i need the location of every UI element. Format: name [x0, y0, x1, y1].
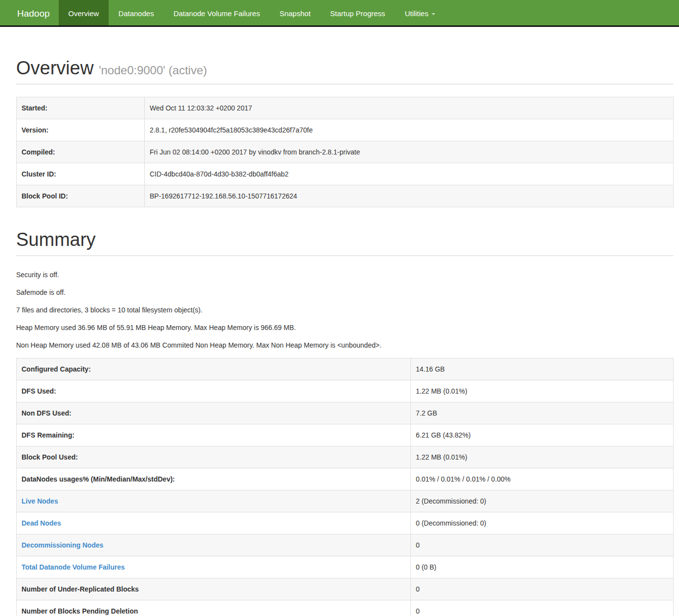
non-heap-memory-text: Non Heap Memory used 42.08 MB of 43.06 M… — [16, 340, 674, 350]
table-row: DFS Remaining: 6.21 GB (43.82%) — [17, 424, 674, 446]
table-row: Non DFS Used: 7.2 GB — [17, 402, 674, 424]
row-value-volume-failures: 0 (0 B) — [411, 556, 674, 578]
table-row: Block Pool ID: BP-1692617712-192.168.56.… — [17, 185, 674, 207]
summary-table: Configured Capacity: 14.16 GB DFS Used: … — [16, 358, 674, 616]
row-value-dead-nodes: 0 (Decommissioned: 0) — [411, 512, 674, 534]
row-value-live-nodes: 2 (Decommissioned: 0) — [411, 490, 674, 512]
row-value-block-pool-id: BP-1692617712-192.168.56.10-150771617262… — [145, 185, 674, 207]
row-value-configured-capacity: 14.16 GB — [411, 358, 674, 380]
nav-tab-overview[interactable]: Overview — [59, 0, 109, 25]
nav-tab-datanode-volume-failures[interactable]: Datanode Volume Failures — [164, 0, 270, 25]
table-row: Total Datanode Volume Failures 0 (0 B) — [17, 556, 674, 578]
overview-table: Started: Wed Oct 11 12:03:32 +0200 2017 … — [16, 97, 674, 207]
row-label-configured-capacity: Configured Capacity: — [17, 358, 411, 380]
live-nodes-link[interactable]: Live Nodes — [22, 497, 58, 505]
decommissioning-nodes-link[interactable]: Decommissioning Nodes — [22, 541, 103, 549]
heap-memory-text: Heap Memory used 36.96 MB of 55.91 MB He… — [16, 323, 674, 332]
summary-paragraphs: Security is off. Safemode is off. 7 file… — [16, 270, 674, 350]
table-row: Configured Capacity: 14.16 GB — [17, 358, 674, 380]
row-value-dfs-remaining: 6.21 GB (43.82%) — [411, 424, 674, 446]
row-label-started: Started: — [17, 97, 145, 119]
table-row: DFS Used: 1.22 MB (0.01%) — [17, 380, 674, 402]
nav-tab-snapshot[interactable]: Snapshot — [270, 0, 320, 25]
row-value-block-pool-used: 1.22 MB (0.01%) — [411, 446, 674, 468]
row-value-version: 2.8.1, r20fe5304904fc2f5a18053c389e43cd2… — [145, 119, 674, 141]
row-value-under-replicated-blocks: 0 — [411, 578, 674, 600]
navbar-brand[interactable]: Hadoop — [0, 0, 59, 25]
row-label-non-dfs-used: Non DFS Used: — [17, 402, 411, 424]
row-label-cluster-id: Cluster ID: — [17, 163, 145, 185]
table-row: Cluster ID: CID-4dbcd40a-870d-4d30-b382-… — [17, 163, 674, 185]
row-label-dfs-remaining: DFS Remaining: — [17, 424, 411, 446]
summary-title: Summary — [16, 230, 674, 250]
table-row: Block Pool Used: 1.22 MB (0.01%) — [17, 446, 674, 468]
total-datanode-volume-failures-link[interactable]: Total Datanode Volume Failures — [22, 563, 125, 571]
table-row: Compiled: Fri Jun 02 08:14:00 +0200 2017… — [17, 141, 674, 163]
row-label-version: Version: — [17, 119, 145, 141]
row-value-datanodes-usages: 0.01% / 0.01% / 0.01% / 0.00% — [411, 468, 674, 490]
table-row: Version: 2.8.1, r20fe5304904fc2f5a18053c… — [17, 119, 674, 141]
nav-tab-datanodes[interactable]: Datanodes — [109, 0, 164, 25]
row-label-block-pool-id: Block Pool ID: — [17, 185, 145, 207]
table-row: Dead Nodes 0 (Decommissioned: 0) — [17, 512, 674, 534]
row-label-block-pool-used: Block Pool Used: — [17, 446, 411, 468]
table-row: Started: Wed Oct 11 12:03:32 +0200 2017 — [17, 97, 674, 119]
table-row: Decommissioning Nodes 0 — [17, 534, 674, 556]
summary-page-header: Summary — [16, 230, 674, 256]
table-row: DataNodes usages% (Min/Median/Max/stdDev… — [17, 468, 674, 490]
top-navbar: Hadoop Overview Datanodes Datanode Volum… — [0, 0, 679, 27]
filesystem-objects-text: 7 files and directories, 3 blocks = 10 t… — [16, 305, 674, 315]
row-value-compiled: Fri Jun 02 08:14:00 +0200 2017 by vinodk… — [145, 141, 674, 163]
row-value-blocks-pending-deletion: 0 — [411, 600, 674, 616]
nav-tab-utilities-label: Utilities — [405, 9, 428, 18]
row-value-non-dfs-used: 7.2 GB — [411, 402, 674, 424]
row-label-under-replicated-blocks: Number of Under-Replicated Blocks — [17, 578, 411, 600]
table-row: Number of Under-Replicated Blocks 0 — [17, 578, 674, 600]
main-content: Overview 'node0:9000' (active) Started: … — [16, 58, 674, 616]
nav-tab-utilities[interactable]: Utilities — [395, 0, 445, 25]
row-value-decommissioning-nodes: 0 — [411, 534, 674, 556]
row-label-blocks-pending-deletion: Number of Blocks Pending Deletion — [17, 600, 411, 616]
row-label-dfs-used: DFS Used: — [17, 380, 411, 402]
table-row: Live Nodes 2 (Decommissioned: 0) — [17, 490, 674, 512]
row-value-started: Wed Oct 11 12:03:32 +0200 2017 — [145, 97, 674, 119]
nav-tab-startup-progress[interactable]: Startup Progress — [320, 0, 395, 25]
row-value-cluster-id: CID-4dbcd40a-870d-4d30-b382-db0aff4f6ab2 — [145, 163, 674, 185]
security-status-text: Security is off. — [16, 270, 674, 280]
overview-page-header: Overview 'node0:9000' (active) — [16, 58, 674, 85]
page-title: Overview — [16, 58, 93, 78]
safemode-status-text: Safemode is off. — [16, 287, 674, 297]
caret-down-icon — [431, 13, 435, 15]
row-value-dfs-used: 1.22 MB (0.01%) — [411, 380, 674, 402]
page-subtitle: 'node0:9000' (active) — [99, 64, 207, 77]
table-row: Number of Blocks Pending Deletion 0 — [17, 600, 674, 616]
row-label-compiled: Compiled: — [17, 141, 145, 163]
dead-nodes-link[interactable]: Dead Nodes — [22, 519, 61, 527]
page-title-row: Overview 'node0:9000' (active) — [16, 58, 674, 79]
row-label-datanodes-usages: DataNodes usages% (Min/Median/Max/stdDev… — [17, 468, 411, 490]
